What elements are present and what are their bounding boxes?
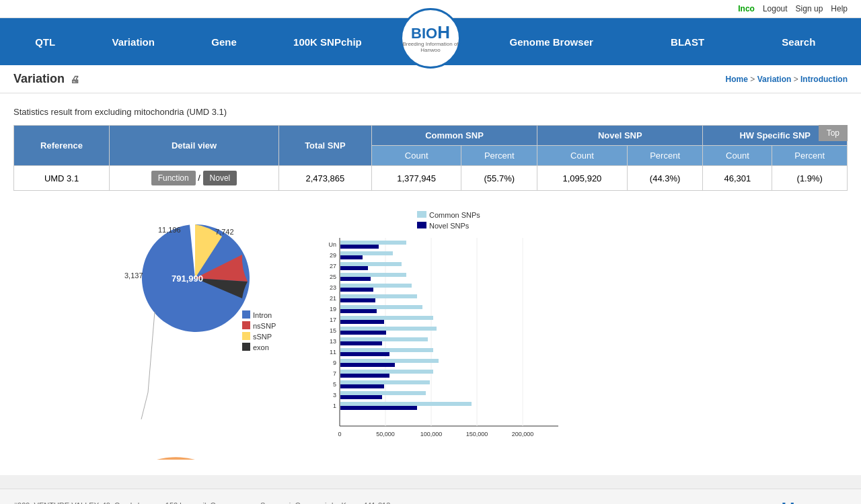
bar-3-common <box>340 391 426 395</box>
bar-9-novel <box>340 363 395 367</box>
user-link[interactable]: Inco <box>738 4 755 13</box>
bar-11-novel <box>340 352 389 356</box>
label-11196: 11,196 <box>158 226 181 234</box>
main-nav: QTL Variation Gene 100K SNPchip BIOH Bre… <box>0 18 861 65</box>
x-label-100k: 100,000 <box>420 431 443 437</box>
breadcrumb: Home > Variation > Introduction <box>726 75 848 84</box>
nav-genome-browser[interactable]: Genome Browser <box>498 31 605 53</box>
cell-hw-count: 46,301 <box>703 166 772 191</box>
bar-5-common <box>340 380 430 384</box>
bar-25-novel <box>340 277 371 281</box>
connector-line <box>148 312 155 392</box>
svg-text:21: 21 <box>330 295 336 302</box>
legend-ssnp-color <box>242 332 250 340</box>
bar-29-common <box>340 251 393 255</box>
legend-intron-color <box>242 310 250 319</box>
bar-chart-container: Common SNPs Novel SNPs 0 50,000 100,000 … <box>309 204 848 462</box>
bar-un-common <box>340 241 406 245</box>
bar-23-common <box>340 284 412 288</box>
svg-text:5: 5 <box>333 381 336 388</box>
nav-variation[interactable]: Variation <box>100 31 167 53</box>
novel-button[interactable]: Novel <box>203 171 237 185</box>
svg-text:13: 13 <box>330 338 336 345</box>
table-row: UMD 3.1 Function / Novel 2,473,865 1,377… <box>14 166 848 191</box>
nav-qtl[interactable]: QTL <box>23 31 67 53</box>
cell-hw-percent: (1.9%) <box>772 166 848 191</box>
th-common-snp: Common SNP <box>371 126 537 146</box>
cell-total-snp: 2,473,865 <box>278 166 371 191</box>
svg-line-0 <box>141 392 148 419</box>
bar-19-common <box>340 305 422 309</box>
label-3137: 3,137 <box>124 271 143 280</box>
pie-charts-svg: 7,742 11,196 3,137 791,990 32.9% <box>13 204 296 460</box>
nav-blast[interactable]: BLAST <box>659 31 716 53</box>
cell-common-count: 1,377,945 <box>371 166 461 191</box>
top-button[interactable]: Top <box>819 125 848 141</box>
svg-text:1: 1 <box>333 403 336 409</box>
page-title: Variation 🖨 <box>13 72 79 86</box>
bar-9-common <box>340 359 439 363</box>
nav-search[interactable]: Search <box>770 31 827 53</box>
svg-text:25: 25 <box>330 274 336 280</box>
bar-13-novel <box>340 341 382 345</box>
bar-25-common <box>340 273 406 277</box>
bar-legend-common-label: Common SNPs <box>429 211 480 219</box>
th-common-percent: Percent <box>461 146 537 166</box>
cell-novel-count: 1,095,920 <box>537 166 628 191</box>
bar-17-novel <box>340 320 384 324</box>
legend-intron-label: Intron <box>253 311 272 319</box>
x-label-150k: 150,000 <box>466 431 488 437</box>
nav-right: Genome Browser BLAST Search <box>471 31 861 53</box>
x-label-0: 0 <box>338 431 341 437</box>
svg-text:23: 23 <box>330 284 336 291</box>
help-link[interactable]: Help <box>831 4 848 13</box>
th-total-snp: Total SNP <box>278 126 371 166</box>
bar-21-novel <box>340 298 375 302</box>
legend-nssnp-label: nsSNP <box>253 322 276 330</box>
th-hw-percent: Percent <box>772 146 848 166</box>
bar-21-common <box>340 294 417 298</box>
page-header: Variation 🖨 Home > Variation > Introduct… <box>0 65 861 93</box>
svg-text:3: 3 <box>333 392 336 398</box>
footer-logo: BIOH Breeding Informationof Hanwoo <box>752 499 848 504</box>
svg-text:7: 7 <box>333 370 336 377</box>
data-table: Reference Detail view Total SNP Common S… <box>13 125 848 191</box>
x-label-200k: 200,000 <box>512 431 534 437</box>
content: Statistics result from excluding mitocho… <box>0 93 861 475</box>
pie2-intergenic <box>101 457 195 460</box>
legend-exon-label: exon <box>253 343 269 351</box>
svg-text:17: 17 <box>330 317 336 323</box>
bar-legend-common-color <box>417 211 426 218</box>
svg-text:27: 27 <box>330 263 336 269</box>
bar-un-novel <box>340 245 379 249</box>
function-button[interactable]: Function <box>151 171 196 185</box>
bar-15-novel <box>340 331 386 335</box>
th-novel-count: Count <box>537 146 628 166</box>
label-7742: 7,742 <box>215 228 234 236</box>
bar-15-common <box>340 327 437 331</box>
th-reference: Reference <box>14 126 110 166</box>
svg-text:19: 19 <box>330 306 336 312</box>
logout-link[interactable]: Logout <box>763 4 788 13</box>
bar-5-novel <box>340 384 384 388</box>
nav-logo[interactable]: BIOH Breeding Information of Hanwoo <box>390 15 471 69</box>
nav-gene[interactable]: Gene <box>199 31 249 53</box>
charts-area: 7,742 11,196 3,137 791,990 32.9% <box>13 204 848 462</box>
svg-text:29: 29 <box>330 252 336 259</box>
bar-27-novel <box>340 266 368 270</box>
bar-27-common <box>340 262 402 266</box>
legend-nssnp-color <box>242 321 250 329</box>
signup-link[interactable]: Sign up <box>796 4 823 13</box>
th-novel-percent: Percent <box>627 146 703 166</box>
cell-common-percent: (55.7%) <box>461 166 537 191</box>
nav-snpchip[interactable]: 100K SNPchip <box>281 31 374 53</box>
bar-7-common <box>340 370 433 374</box>
th-common-count: Count <box>371 146 461 166</box>
cell-novel-percent: (44.3%) <box>627 166 703 191</box>
stats-note: Statistics result from excluding mitocho… <box>13 107 848 117</box>
bar-legend-novel-color <box>417 222 426 228</box>
bar-1-novel <box>340 406 417 410</box>
bar-7-novel <box>340 374 389 378</box>
bar-17-common <box>340 316 433 320</box>
nav-left: QTL Variation Gene 100K SNPchip <box>0 31 390 53</box>
